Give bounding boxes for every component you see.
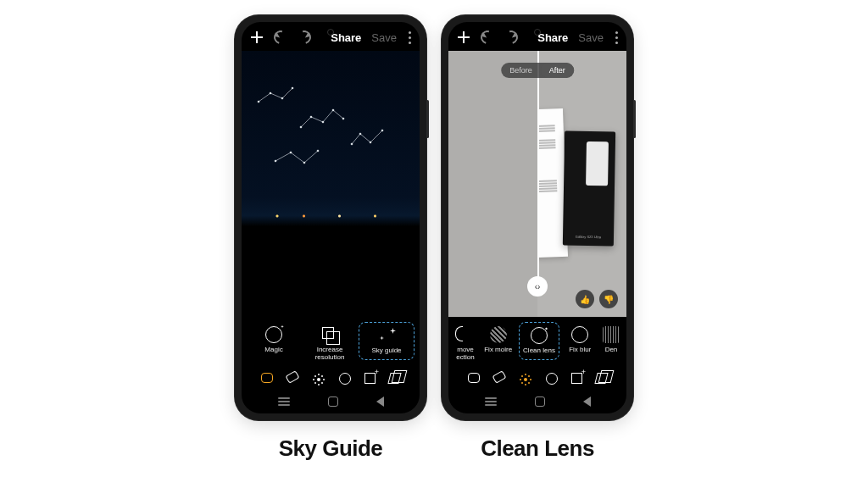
circle-icon[interactable] (339, 373, 351, 385)
toggle-after[interactable]: After (541, 63, 574, 78)
lasso-icon[interactable] (468, 373, 480, 383)
svg-point-12 (381, 130, 383, 131)
more-icon[interactable] (409, 36, 411, 39)
share-button[interactable]: Share (537, 31, 568, 44)
lasso-icon[interactable] (261, 373, 273, 383)
add-image-icon[interactable] (571, 373, 582, 384)
tool-label: Sky guide (371, 347, 401, 355)
svg-point-15 (303, 162, 305, 164)
thumbs-up-icon[interactable]: 👍 (576, 290, 594, 308)
more-icon[interactable] (615, 36, 618, 39)
denoise-icon (603, 326, 620, 343)
bottom-tool-strip (242, 368, 420, 390)
eraser-icon[interactable] (492, 370, 506, 384)
add-icon[interactable] (457, 30, 470, 44)
bottom-tool-strip (448, 368, 626, 390)
image-viewport-document: The Galaxy Enhance-X App Galaxy S23 Ultr… (448, 51, 626, 317)
redo-icon[interactable] (295, 28, 314, 47)
nav-recents-icon[interactable] (278, 401, 290, 402)
eraser-icon[interactable] (285, 370, 299, 384)
undo-icon[interactable] (478, 28, 497, 47)
layers-icon[interactable] (594, 373, 608, 384)
svg-point-3 (292, 87, 293, 89)
box-label: Galaxy S23 Ultra (563, 234, 614, 239)
svg-point-9 (351, 143, 353, 145)
share-button[interactable]: Share (331, 31, 361, 44)
tool-label: Den (605, 347, 618, 354)
clean-lens-icon (531, 327, 548, 344)
nav-recents-icon[interactable] (485, 401, 497, 402)
caption-clean-lens: Clean Lens (442, 435, 633, 462)
svg-point-6 (322, 121, 324, 123)
tool-label: Increase resolution (308, 347, 352, 362)
editor-topbar: Share Save (242, 22, 420, 51)
svg-point-16 (317, 150, 319, 152)
tool-sky-guide[interactable]: Sky guide (359, 322, 415, 360)
remove-reflection-icon (457, 326, 474, 343)
camera-notch (534, 29, 541, 36)
image-viewport-sky (242, 51, 420, 317)
fix-blur-icon (571, 326, 588, 343)
svg-point-10 (359, 133, 361, 135)
caption-sky-guide: Sky Guide (235, 435, 426, 462)
android-nav-bar (448, 390, 626, 413)
svg-point-7 (332, 109, 334, 111)
save-button: Save (371, 31, 397, 44)
svg-point-8 (342, 118, 344, 119)
ai-tools-row: Magic Increase resolution Sky guide (242, 317, 420, 368)
comparison-divider[interactable] (537, 51, 539, 286)
nav-home-icon[interactable] (328, 396, 338, 407)
phone-sky-guide: Share Save (235, 15, 426, 420)
svg-point-2 (281, 97, 283, 99)
magic-icon (265, 326, 282, 343)
layers-icon[interactable] (387, 373, 401, 384)
ai-tools-row: move ection Fix moire Clean lens Fix blu… (448, 317, 626, 368)
captions: Sky Guide Clean Lens (235, 435, 633, 462)
android-nav-bar (242, 390, 420, 413)
comparison-handle[interactable]: ‹› (527, 276, 548, 297)
feedback-buttons: 👍 👎 (576, 290, 618, 308)
svg-point-4 (300, 126, 302, 128)
redo-icon[interactable] (502, 28, 520, 47)
nav-back-icon[interactable] (376, 396, 384, 407)
sky-guide-icon (378, 327, 395, 344)
tool-clean-lens[interactable]: Clean lens (519, 322, 559, 360)
svg-point-1 (270, 92, 271, 94)
tool-label: Fix blur (569, 347, 591, 354)
svg-point-0 (258, 101, 259, 103)
tool-label: move ection (455, 347, 476, 362)
tool-denoise[interactable]: Den (601, 322, 621, 358)
tool-label: Magic (264, 347, 282, 354)
before-after-toggle[interactable]: Before After (501, 63, 574, 78)
editor-topbar: Share Save (448, 22, 626, 51)
fix-moire-icon (490, 326, 507, 343)
add-icon[interactable] (250, 30, 264, 44)
svg-point-14 (290, 152, 292, 153)
product-box: Galaxy S23 Ultra (563, 130, 615, 246)
tool-magic[interactable]: Magic (247, 322, 301, 358)
undo-icon[interactable] (271, 28, 290, 47)
thumbs-down-icon[interactable]: 👎 (599, 290, 618, 308)
add-image-icon[interactable] (364, 373, 376, 384)
camera-notch (327, 29, 334, 36)
tool-increase-resolution[interactable]: Increase resolution (303, 322, 357, 366)
toggle-before[interactable]: Before (501, 63, 541, 78)
svg-point-11 (370, 141, 371, 143)
tool-fix-moire[interactable]: Fix moire (479, 322, 517, 358)
phone-clean-lens: Share Save The Galaxy Enhance-X App (442, 15, 633, 420)
svg-point-13 (275, 160, 276, 162)
svg-point-5 (310, 116, 312, 118)
tool-fix-blur[interactable]: Fix blur (561, 322, 599, 358)
brightness-icon[interactable] (317, 378, 320, 381)
tool-remove-reflection[interactable]: move ection (453, 322, 477, 366)
circle-icon[interactable] (546, 373, 558, 385)
brightness-icon[interactable] (524, 378, 527, 381)
increase-resolution-icon (321, 326, 338, 343)
constellation-overlay (242, 51, 420, 305)
tool-label: Fix moire (484, 347, 512, 354)
tool-label: Clean lens (523, 347, 555, 355)
nav-back-icon[interactable] (583, 396, 591, 407)
save-button: Save (578, 31, 604, 44)
nav-home-icon[interactable] (535, 396, 545, 407)
